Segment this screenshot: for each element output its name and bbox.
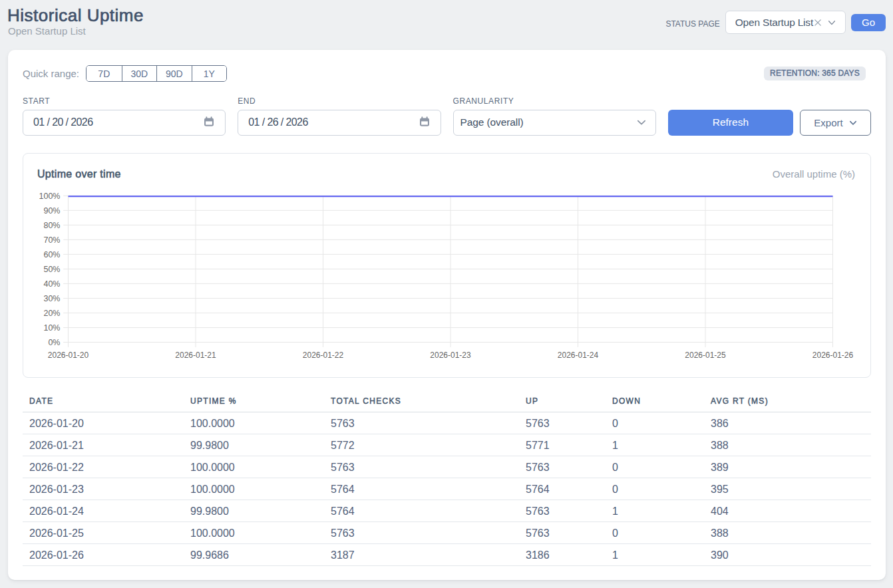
svg-text:50%: 50% bbox=[43, 265, 60, 274]
svg-text:40%: 40% bbox=[43, 279, 60, 289]
svg-text:10%: 10% bbox=[43, 323, 60, 333]
svg-text:90%: 90% bbox=[43, 206, 60, 216]
svg-text:2026-01-25: 2026-01-25 bbox=[685, 351, 726, 360]
svg-text:2026-01-24: 2026-01-24 bbox=[558, 351, 599, 360]
svg-text:20%: 20% bbox=[43, 309, 60, 318]
svg-text:60%: 60% bbox=[43, 250, 60, 259]
svg-text:30%: 30% bbox=[43, 294, 60, 303]
svg-text:2026-01-22: 2026-01-22 bbox=[303, 351, 344, 360]
svg-text:2026-01-26: 2026-01-26 bbox=[812, 351, 854, 360]
svg-text:80%: 80% bbox=[43, 221, 60, 230]
svg-text:2026-01-21: 2026-01-21 bbox=[175, 351, 216, 360]
svg-text:0%: 0% bbox=[48, 338, 60, 347]
svg-text:2026-01-23: 2026-01-23 bbox=[430, 351, 471, 360]
svg-text:70%: 70% bbox=[43, 235, 60, 245]
svg-text:100%: 100% bbox=[39, 192, 61, 201]
svg-text:2026-01-20: 2026-01-20 bbox=[48, 351, 89, 360]
